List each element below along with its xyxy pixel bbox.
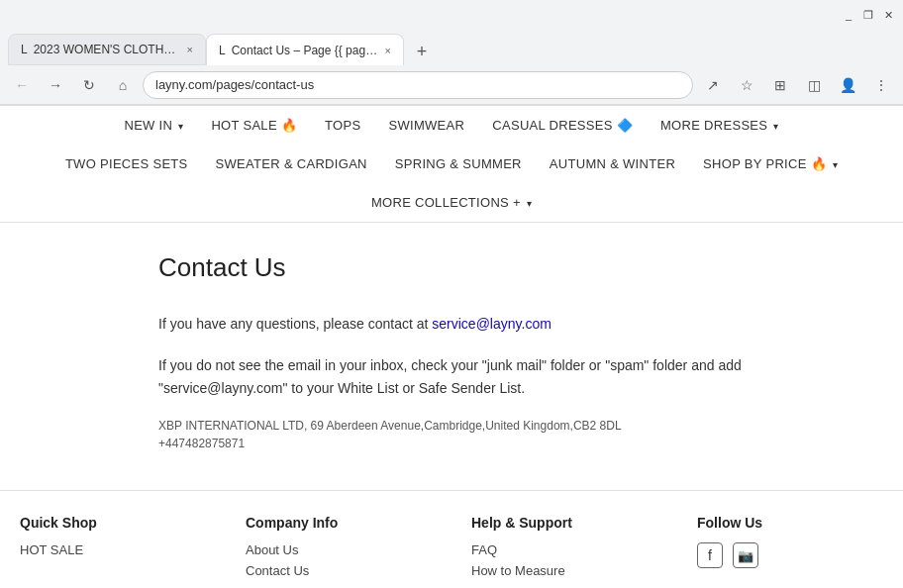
nav-row-3: MORE COLLECTIONS + ▾ [0, 183, 903, 222]
footer-help-title: Help & Support [471, 515, 657, 531]
nav-sweater[interactable]: SWEATER & CARDIGAN [202, 145, 381, 183]
nav-row-2: TWO PIECES SETS SWEATER & CARDIGAN SPRIN… [0, 145, 903, 183]
contact-email-link[interactable]: service@layny.com [432, 316, 552, 332]
contact-phone: +447482875871 [158, 437, 812, 450]
footer-columns: Quick Shop HOT SALE Company Info About U… [20, 515, 883, 584]
footer-link-faq[interactable]: FAQ [471, 542, 657, 557]
home-button[interactable]: ⌂ [109, 71, 137, 99]
tab-2[interactable]: L Contact Us – Page {{ page }} – l... × [206, 34, 404, 65]
browser-toolbar: ← → ↻ ⌂ layny.com/pages/contact-us ↗ ☆ ⊞… [0, 65, 903, 105]
browser-icon: L [21, 43, 28, 56]
footer-link-hot-sale[interactable]: HOT SALE [20, 542, 206, 557]
menu-button[interactable]: ⋮ [867, 71, 895, 99]
nav-new-in[interactable]: NEW IN ▾ [110, 106, 197, 145]
tab-2-close[interactable]: × [385, 45, 391, 56]
nav-swimwear[interactable]: SWIMWEAR [374, 106, 478, 145]
nav-autumn-winter[interactable]: AUTUMN & WINTER [536, 145, 689, 183]
footer-follow-title: Follow Us [697, 515, 883, 531]
footer-col-follow: Follow Us f 📷 [697, 515, 883, 584]
facebook-icon[interactable]: f [697, 542, 723, 568]
footer-link-contact[interactable]: Contact Us [246, 563, 432, 578]
tab-2-title: Contact Us – Page {{ page }} – l... [232, 44, 379, 57]
close-button[interactable]: ✕ [881, 8, 895, 22]
extensions-button[interactable]: ⊞ [766, 71, 794, 99]
share-button[interactable]: ↗ [699, 71, 727, 99]
tab-1-close[interactable]: × [187, 44, 193, 55]
footer-company-title: Company Info [246, 515, 432, 531]
page-content: NEW IN ▾ HOT SALE 🔥 TOPS SWIMWEAR CASUAL… [0, 106, 903, 588]
address-bar[interactable]: layny.com/pages/contact-us [143, 71, 693, 99]
new-tab-button[interactable]: + [408, 38, 436, 65]
nav-row-1: NEW IN ▾ HOT SALE 🔥 TOPS SWIMWEAR CASUAL… [0, 106, 903, 145]
tab-1[interactable]: L 2023 WOMEN'S CLOTHES – La... × [8, 34, 206, 65]
nav-more-collections[interactable]: MORE COLLECTIONS + ▾ [357, 183, 546, 222]
nav-two-pieces[interactable]: TWO PIECES SETS [51, 145, 202, 183]
nav-more-dresses[interactable]: MORE DRESSES ▾ [647, 106, 793, 145]
main-content: Contact Us If you have any questions, pl… [0, 223, 852, 490]
split-button[interactable]: ◫ [800, 71, 828, 99]
bookmark-button[interactable]: ☆ [733, 71, 760, 99]
nav-casual-dresses[interactable]: CASUAL DRESSES 🔷 [478, 106, 647, 145]
refresh-button[interactable]: ↻ [75, 71, 103, 99]
footer-quick-shop-title: Quick Shop [20, 515, 206, 531]
restore-button[interactable]: ❐ [861, 8, 875, 22]
tab-1-title: 2023 WOMEN'S CLOTHES – La... [34, 43, 181, 56]
back-button[interactable]: ← [8, 71, 36, 99]
nav-hot-sale[interactable]: HOT SALE 🔥 [197, 106, 311, 145]
nav-tops[interactable]: TOPS [311, 106, 374, 145]
contact-para-1: If you have any questions, please contac… [158, 313, 812, 335]
minimize-button[interactable]: _ [842, 8, 855, 22]
contact-para-2: If you do not see the email in your inbo… [158, 354, 812, 399]
profile-button[interactable]: 👤 [834, 71, 861, 99]
footer: Quick Shop HOT SALE Company Info About U… [0, 490, 903, 588]
tabs-row: L 2023 WOMEN'S CLOTHES – La... × L Conta… [0, 30, 903, 65]
footer-link-measure[interactable]: How to Measure [471, 563, 657, 578]
address-text: layny.com/pages/contact-us [155, 77, 680, 92]
social-icons: f 📷 [697, 542, 883, 568]
contact-address: XBP INTERNATIONAL LTD, 69 Aberdeen Avenu… [158, 419, 812, 433]
page-title: Contact Us [158, 252, 812, 283]
instagram-icon[interactable]: 📷 [733, 542, 758, 568]
site-navigation: NEW IN ▾ HOT SALE 🔥 TOPS SWIMWEAR CASUAL… [0, 106, 903, 223]
nav-spring-summer[interactable]: SPRING & SUMMER [381, 145, 536, 183]
footer-col-quick-shop: Quick Shop HOT SALE [20, 515, 206, 584]
footer-col-help: Help & Support FAQ How to Measure [471, 515, 657, 584]
browser-icon-2: L [219, 44, 226, 57]
nav-shop-by-price[interactable]: SHOP BY PRICE 🔥 ▾ [689, 145, 852, 183]
footer-link-about[interactable]: About Us [246, 542, 432, 557]
footer-col-company: Company Info About Us Contact Us [246, 515, 432, 584]
forward-button[interactable]: → [42, 71, 69, 99]
